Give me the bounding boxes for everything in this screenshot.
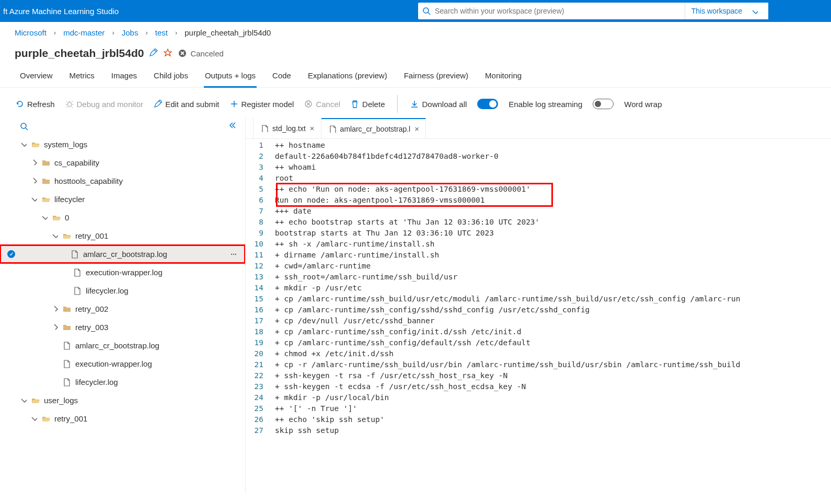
tree-item-label: lifecycler [54, 195, 85, 204]
edit-submit-button[interactable]: Edit and submit [154, 100, 219, 109]
tree-item[interactable]: retry_001 [0, 409, 245, 428]
folder-icon [63, 305, 71, 313]
tree-item[interactable]: user_logs [0, 391, 245, 409]
editor-tab[interactable]: amlarc_cr_bootstrap.l× [321, 118, 426, 138]
collapse-tree-button[interactable] [228, 121, 237, 131]
editor-tab[interactable]: std_log.txt× [253, 118, 321, 138]
word-wrap-toggle[interactable] [593, 99, 614, 109]
tree-item-label: 0 [65, 213, 69, 222]
close-icon[interactable]: × [310, 124, 315, 133]
code-line: 7+++ date [246, 206, 831, 217]
tree-item-label: lifecycler.log [86, 286, 129, 295]
log-streaming-label: Enable log streaming [509, 100, 582, 109]
tab-outputs-logs[interactable]: Outputs + logs [204, 65, 257, 88]
delete-button[interactable]: Delete [351, 100, 385, 109]
breadcrumb-item[interactable]: test [155, 28, 168, 37]
tree-item[interactable]: 0 [0, 208, 245, 227]
file-icon [329, 125, 336, 133]
download-all-button[interactable]: Download all [410, 100, 467, 109]
tab-explanations-preview-[interactable]: Explanations (preview) [307, 65, 388, 88]
code-line: 27skip ssh setup [246, 425, 831, 436]
breadcrumb: Microsoft›mdc-master›Jobs›test›purple_ch… [0, 22, 831, 43]
code-line: 18+ cp /amlarc-runtime/ssh_config/init.d… [246, 326, 831, 337]
tree-item[interactable]: system_logs [0, 135, 245, 154]
code-line: 15+ cp /amlarc-runtime/ssh_build/usr/etc… [246, 294, 831, 304]
global-search[interactable]: This workspace [418, 3, 768, 19]
more-icon[interactable]: ··· [230, 250, 241, 259]
tree-item[interactable]: amlarc_cr_bootstrap.log··· [0, 245, 245, 263]
tree-item[interactable]: lifecycler [0, 190, 245, 208]
tree-item[interactable]: execution-wrapper.log [0, 263, 245, 282]
code-line: 10++ sh -x /amlarc-runtime/install.sh [246, 239, 831, 250]
check-icon [7, 250, 15, 258]
tab-fairness-preview-[interactable]: Fairness (preview) [403, 65, 469, 88]
folder-open-icon [42, 415, 50, 423]
tree-search-icon[interactable] [20, 122, 28, 131]
tab-code[interactable]: Code [271, 65, 292, 88]
folder-open-icon [31, 140, 40, 149]
outputs-toolbar: Refresh Debug and monitor Edit and submi… [0, 88, 831, 118]
code-line: 19+ cp /amlarc-runtime/ssh_config/defaul… [246, 337, 831, 348]
tree-item-label: lifecycler.log [75, 378, 118, 386]
tree-item-label: user_logs [44, 396, 78, 405]
tab-images[interactable]: Images [110, 65, 138, 88]
tree-item[interactable]: lifecycler.log [0, 282, 245, 300]
job-status: Canceled [178, 49, 223, 58]
job-status-label: Canceled [190, 49, 223, 58]
file-tree[interactable]: system_logscs_capabilityhosttools_capabi… [0, 135, 245, 494]
code-line: 21+ cp -r /amlarc-runtime/ssh_build/usr/… [246, 359, 831, 370]
code-content[interactable]: 1++ hostname2default-226a604b784f1bdefc4… [246, 139, 831, 494]
close-icon[interactable]: × [414, 124, 419, 133]
code-line: 12+ cwd=/amlarc-runtime [246, 261, 831, 272]
favorite-icon[interactable] [164, 49, 173, 58]
code-line: 11+ dirname /amlarc-runtime/install.sh [246, 250, 831, 261]
register-model-button[interactable]: Register model [230, 100, 294, 109]
code-viewer-pane: std_log.txt×amlarc_cr_bootstrap.l× 1++ h… [246, 118, 831, 494]
editor-tabs: std_log.txt×amlarc_cr_bootstrap.l× [246, 118, 831, 139]
tab-monitoring[interactable]: Monitoring [484, 65, 523, 88]
tree-item-label: retry_001 [75, 231, 108, 240]
code-line: 1++ hostname [246, 140, 831, 151]
tab-overview[interactable]: Overview [19, 65, 54, 88]
tree-item[interactable]: retry_002 [0, 300, 245, 318]
folder-icon [42, 159, 50, 167]
chevron-right-icon [26, 177, 42, 185]
tree-item[interactable]: execution-wrapper.log [0, 355, 245, 373]
tree-item[interactable]: amlarc_cr_bootstrap.log [0, 336, 245, 355]
tree-item[interactable]: lifecycler.log [0, 373, 245, 391]
log-streaming-toggle[interactable] [477, 99, 498, 109]
tree-item[interactable]: hosttools_capability [0, 172, 245, 190]
tab-metrics[interactable]: Metrics [68, 65, 96, 88]
tree-item-label: cs_capability [54, 158, 99, 167]
breadcrumb-item[interactable]: Microsoft [15, 28, 47, 37]
tab-child-jobs[interactable]: Child jobs [153, 65, 189, 88]
breadcrumb-item[interactable]: Jobs [122, 28, 138, 37]
search-scope-dropdown[interactable]: This workspace [685, 3, 768, 19]
edit-name-icon[interactable] [149, 49, 158, 58]
breadcrumb-item: purple_cheetah_jrbl54d0 [184, 28, 271, 37]
refresh-icon [16, 100, 24, 108]
file-icon [71, 250, 79, 259]
code-line: 17+ cp /dev/null /usr/etc/sshd_banner [246, 315, 831, 326]
code-line: 4root [246, 173, 831, 184]
code-line: 22+ ssh-keygen -t rsa -f /usr/etc/ssh_ho… [246, 370, 831, 381]
tree-item[interactable]: retry_001 [0, 227, 245, 245]
editor-tab-label: amlarc_cr_bootstrap.l [340, 125, 411, 133]
cancel-icon [304, 100, 313, 108]
tree-item[interactable]: retry_003 [0, 318, 245, 336]
cancelled-icon [178, 49, 187, 58]
file-icon [73, 287, 82, 295]
code-line: 14+ mkdir -p /usr/etc [246, 283, 831, 294]
chevron-down-icon [26, 195, 42, 203]
code-line: 13+ ssh_root=/amlarc-runtime/ssh_build/u… [246, 272, 831, 283]
tree-item[interactable]: cs_capability [0, 154, 245, 172]
tree-item-label: retry_003 [75, 323, 108, 332]
refresh-button[interactable]: Refresh [16, 100, 55, 109]
job-name: purple_cheetah_jrbl54d0 [15, 47, 144, 60]
download-icon [410, 100, 419, 108]
breadcrumb-item[interactable]: mdc-master [63, 28, 105, 37]
search-input[interactable] [435, 7, 685, 15]
tree-item-label: system_logs [44, 140, 87, 149]
plus-icon [230, 100, 238, 108]
word-wrap-label: Word wrap [624, 100, 662, 109]
